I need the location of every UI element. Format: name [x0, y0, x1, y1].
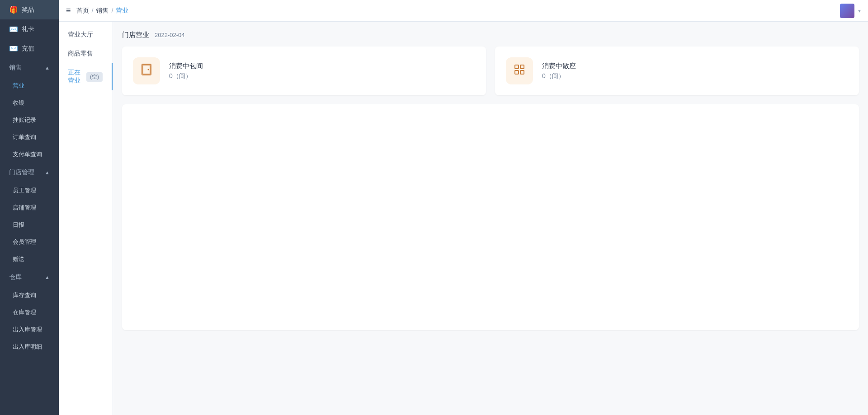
sidebar-item-staff[interactable]: 员工管理 — [0, 182, 59, 199]
card-icon-wrap-sanzuo — [506, 57, 533, 84]
svg-rect-5 — [515, 70, 519, 74]
sidebar-item-gift-card[interactable]: ✉️ 礼卡 — [0, 19, 59, 39]
breadcrumb-home[interactable]: 首页 — [76, 7, 89, 15]
section-title: 门店营业 — [122, 31, 149, 39]
breadcrumb: 首页 / 销售 / 营业 — [76, 7, 129, 15]
card-sanzuo[interactable]: 消费中散座 0（间） — [495, 47, 859, 95]
breadcrumb-sales[interactable]: 销售 — [96, 7, 108, 15]
card-baojian[interactable]: 消费中包间 0（间） — [122, 47, 486, 95]
main-area: 门店营业 2022-02-04 — [113, 22, 868, 415]
sidebar-item-member[interactable]: 会员管理 — [0, 233, 59, 251]
left-nav: 营业大厅 商品零售 正在营业 (空) — [59, 22, 113, 415]
sidebar-item-recharge-label: 充值 — [22, 45, 34, 53]
avatar[interactable] — [840, 4, 854, 18]
left-nav-yingye-dating[interactable]: 营业大厅 — [59, 25, 113, 44]
card-info-sanzuo: 消费中散座 0（间） — [542, 62, 576, 80]
svg-rect-6 — [520, 70, 524, 74]
sidebar-item-gift-card-label: 礼卡 — [22, 25, 34, 33]
sidebar-section-warehouse[interactable]: 仓库 ▲ — [0, 268, 59, 287]
card-info-baojian: 消费中包间 0（间） — [169, 62, 203, 80]
sidebar: 🎁 奖品 ✉️ 礼卡 ✉️ 充值 销售 ▲ 营业 收银 挂账记录 订单查询 支付… — [0, 0, 59, 415]
status-tag-empty: (空) — [86, 72, 103, 82]
section-date: 2022-02-04 — [155, 32, 185, 38]
section-header: 门店营业 2022-02-04 — [122, 31, 859, 39]
card-icon-wrap-baojian — [133, 57, 160, 84]
chevron-up-icon-3: ▲ — [45, 275, 50, 280]
card-count-sanzuo: 0（间） — [542, 72, 576, 80]
avatar-image — [840, 4, 854, 18]
menu-icon[interactable]: ≡ — [66, 6, 71, 15]
svg-rect-0 — [142, 64, 151, 75]
header: ≡ 首页 / 销售 / 营业 ▾ — [59, 0, 868, 22]
sidebar-item-zhifudan[interactable]: 支付单查询 — [0, 146, 59, 163]
sidebar-item-inout-detail[interactable]: 出入库明细 — [0, 338, 59, 355]
svg-rect-4 — [520, 65, 524, 69]
svg-rect-3 — [515, 65, 519, 69]
card-title-baojian: 消费中包间 — [169, 62, 203, 70]
sidebar-item-warehouse-mgmt[interactable]: 仓库管理 — [0, 304, 59, 321]
sidebar-section-store-mgmt[interactable]: 门店管理 ▲ — [0, 163, 59, 182]
cards-row: 消费中包间 0（间） — [122, 47, 859, 95]
seat-icon — [512, 62, 527, 80]
sidebar-item-shop[interactable]: 店铺管理 — [0, 199, 59, 216]
sidebar-item-shoyin[interactable]: 收银 — [0, 94, 59, 112]
left-nav-zhengyingye[interactable]: 正在营业 (空) — [59, 63, 113, 90]
sidebar-section-sales[interactable]: 销售 ▲ — [0, 58, 59, 77]
card-count-baojian: 0（间） — [169, 72, 203, 80]
svg-rect-1 — [143, 65, 150, 74]
sidebar-item-guazhang[interactable]: 挂账记录 — [0, 112, 59, 129]
rewards-icon: 🎁 — [9, 5, 18, 14]
sidebar-item-yingye[interactable]: 营业 — [0, 77, 59, 94]
main-panel: ≡ 首页 / 销售 / 营业 ▾ 营业大厅 商品零售 正在营业 (空 — [59, 0, 868, 415]
sidebar-item-rewards[interactable]: 🎁 奖品 — [0, 0, 59, 19]
sidebar-item-recharge[interactable]: ✉️ 充值 — [0, 39, 59, 58]
chevron-up-icon: ▲ — [45, 65, 50, 70]
user-dropdown-icon[interactable]: ▾ — [858, 8, 861, 14]
recharge-icon: ✉️ — [9, 44, 18, 53]
card-title-sanzuo: 消费中散座 — [542, 62, 576, 70]
door-icon — [139, 62, 154, 80]
content-wrapper: 营业大厅 商品零售 正在营业 (空) 门店营业 2022-02-04 — [59, 22, 868, 415]
sidebar-item-stock[interactable]: 库存查询 — [0, 287, 59, 304]
gift-card-icon: ✉️ — [9, 25, 18, 33]
header-right: ▾ — [840, 4, 861, 18]
empty-section — [122, 104, 859, 330]
sidebar-item-rewards-label: 奖品 — [22, 6, 34, 14]
sidebar-item-dingdan[interactable]: 订单查询 — [0, 129, 59, 146]
chevron-up-icon-2: ▲ — [45, 170, 50, 175]
left-nav-shangpin-lingshuo[interactable]: 商品零售 — [59, 44, 113, 63]
sidebar-item-daily[interactable]: 日报 — [0, 216, 59, 233]
breadcrumb-yingye[interactable]: 营业 — [116, 7, 128, 15]
sidebar-item-inout[interactable]: 出入库管理 — [0, 321, 59, 338]
sidebar-item-gift[interactable]: 赠送 — [0, 251, 59, 268]
svg-point-2 — [148, 69, 149, 70]
